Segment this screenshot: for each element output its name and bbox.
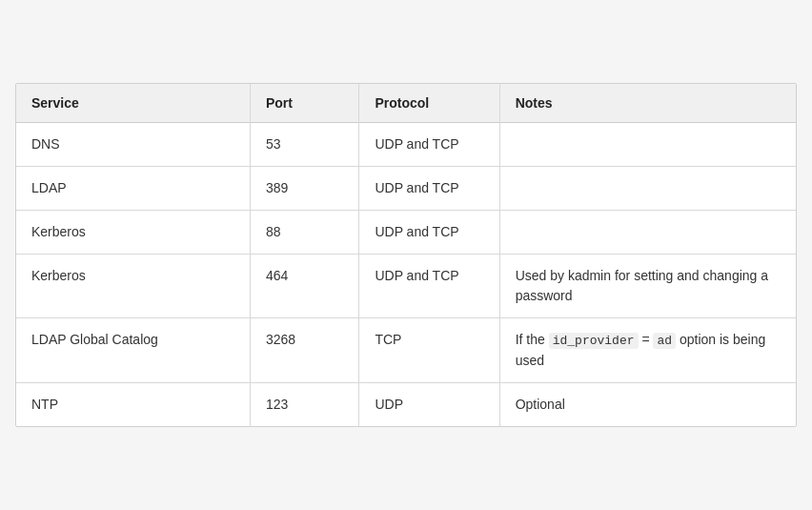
cell-port: 88 — [250, 211, 359, 255]
cell-port: 3268 — [250, 318, 359, 383]
table-row: Kerberos88UDP and TCP — [16, 211, 796, 255]
cell-notes — [499, 167, 796, 211]
header-notes: Notes — [499, 84, 796, 123]
inline-code: ad — [653, 333, 676, 349]
cell-protocol: UDP — [359, 382, 499, 426]
cell-service: NTP — [16, 382, 250, 426]
cell-port: 123 — [250, 382, 359, 426]
cell-port: 389 — [250, 167, 359, 211]
table-header-row: Service Port Protocol Notes — [16, 84, 796, 123]
table-row: Kerberos464UDP and TCPUsed by kadmin for… — [16, 255, 796, 318]
cell-notes — [499, 211, 796, 255]
cell-service: Kerberos — [16, 255, 250, 318]
network-services-table: Service Port Protocol Notes DNS53UDP and… — [15, 83, 797, 427]
cell-port: 53 — [250, 123, 359, 167]
table-row: LDAP Global Catalog3268TCPIf the id_prov… — [16, 318, 796, 383]
cell-service: LDAP — [16, 167, 250, 211]
cell-port: 464 — [250, 255, 359, 318]
header-protocol: Protocol — [359, 84, 499, 123]
cell-service: LDAP Global Catalog — [16, 318, 250, 383]
header-port: Port — [250, 84, 359, 123]
inline-code: id_provider — [549, 333, 639, 349]
cell-service: DNS — [16, 123, 250, 167]
table-row: DNS53UDP and TCP — [16, 123, 796, 167]
cell-notes: If the id_provider = ad option is being … — [499, 318, 796, 383]
cell-notes: Used by kadmin for setting and changing … — [499, 255, 796, 318]
cell-protocol: UDP and TCP — [359, 123, 499, 167]
cell-protocol: UDP and TCP — [359, 255, 499, 318]
cell-protocol: TCP — [359, 318, 499, 383]
table-row: NTP123UDPOptional — [16, 382, 796, 426]
table-row: LDAP389UDP and TCP — [16, 167, 796, 211]
cell-protocol: UDP and TCP — [359, 211, 499, 255]
header-service: Service — [16, 84, 250, 123]
cell-service: Kerberos — [16, 211, 250, 255]
cell-notes — [499, 123, 796, 167]
cell-notes: Optional — [499, 382, 796, 426]
cell-protocol: UDP and TCP — [359, 167, 499, 211]
